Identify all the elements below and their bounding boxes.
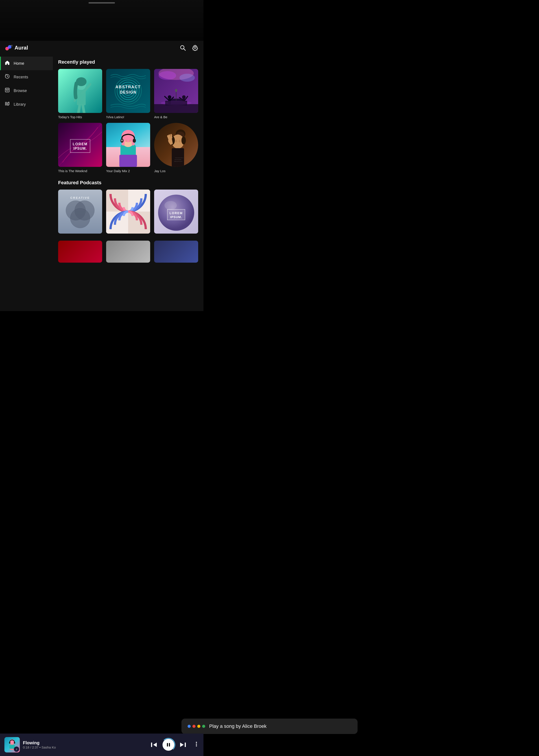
svg-text:LOREM: LOREM [73, 142, 88, 146]
svg-point-44 [161, 101, 192, 105]
album-card-jay-los[interactable]: Lorem ipsum dolor sit amet consectetur a… [154, 123, 198, 173]
sidebar-recents-label: Recents [14, 75, 28, 79]
recents-icon [4, 74, 10, 80]
svg-point-62 [129, 140, 131, 142]
svg-rect-53 [119, 155, 137, 167]
sidebar-item-home[interactable]: Home [0, 56, 53, 70]
svg-point-82 [70, 208, 90, 228]
pill-handle [89, 2, 115, 4]
album-label-jay-los: Jay Los [154, 169, 198, 173]
svg-point-70 [175, 140, 177, 142]
daily-mix-art: H [106, 123, 150, 167]
recently-played-title: Recently played [58, 59, 198, 65]
bottom-row [58, 241, 198, 307]
svg-point-43 [175, 89, 177, 92]
podcast-card-3[interactable]: LOREM IPSUM. [154, 189, 198, 234]
content-area: Recently played [53, 55, 203, 311]
podcast-card-2[interactable] [106, 189, 150, 234]
album-label-top-hits: Today's Top Hits [58, 115, 102, 119]
svg-point-8 [6, 89, 8, 91]
album-thumb-viva-latino: ABSTRACT DESIGN [106, 69, 150, 113]
are-be-art [154, 69, 198, 113]
main-layout: Home Recents Browse [0, 55, 203, 311]
album-label-are-be: Are & Be [154, 115, 198, 119]
top-hits-art [58, 69, 102, 113]
bottom-thumb-2[interactable] [106, 241, 150, 263]
svg-point-91 [165, 201, 177, 210]
svg-rect-59 [133, 139, 136, 143]
svg-text:ABSTRACT: ABSTRACT [116, 85, 141, 89]
app-title: Aural [15, 45, 28, 51]
svg-point-69 [182, 136, 186, 144]
svg-point-30 [180, 74, 195, 82]
svg-text:IPSUM.: IPSUM. [170, 215, 182, 219]
svg-point-34 [168, 95, 171, 99]
album-label-viva-latino: !Viva Latino! [106, 115, 150, 119]
podcast-creative-art: CREATIVE [58, 189, 102, 234]
svg-text:adipiscing elit sed do: adipiscing elit sed do [174, 161, 183, 162]
header: Aural [0, 41, 203, 55]
settings-button[interactable] [191, 44, 199, 52]
svg-line-22 [83, 105, 84, 113]
header-actions [179, 44, 199, 52]
svg-text:LOREM: LOREM [170, 211, 183, 215]
featured-podcasts-section: Featured Podcasts [58, 180, 198, 234]
home-icon [4, 60, 10, 67]
sidebar-item-browse[interactable]: Browse [0, 84, 53, 98]
album-card-viva-latino[interactable]: ABSTRACT DESIGN !Viva Latino! [106, 69, 150, 119]
sidebar-home-label: Home [14, 61, 24, 66]
podcast-2-art [106, 189, 150, 234]
sidebar-item-recents[interactable]: Recents [0, 70, 53, 84]
svg-line-21 [78, 105, 80, 113]
podcast-thumb-2 [106, 189, 150, 234]
jay-los-art: Lorem ipsum dolor sit amet consectetur a… [154, 123, 198, 167]
svg-text:CREATIVE: CREATIVE [70, 196, 90, 199]
svg-text:Lorem ipsum dolor sit: Lorem ipsum dolor sit [175, 157, 184, 158]
svg-rect-7 [5, 88, 9, 92]
svg-point-5 [194, 47, 196, 49]
svg-point-71 [179, 140, 181, 142]
album-card-are-be[interactable]: Are & Be [154, 69, 198, 119]
svg-point-38 [182, 95, 186, 99]
bottom-thumb-3[interactable] [154, 241, 198, 263]
album-thumb-daily-mix: H [106, 123, 150, 167]
browse-icon [4, 87, 10, 94]
svg-point-29 [159, 71, 176, 80]
podcast-grid: CREATIVE [58, 189, 198, 234]
search-icon [180, 45, 186, 51]
app-logo: Aural [4, 44, 179, 52]
top-background [0, 0, 203, 41]
viva-latino-art: ABSTRACT DESIGN [106, 69, 150, 113]
album-label-weeknd: This is The Weeknd [58, 169, 102, 173]
svg-text:IPSUM.: IPSUM. [73, 147, 87, 150]
gear-icon [192, 45, 198, 51]
featured-podcasts-title: Featured Podcasts [58, 180, 198, 186]
svg-rect-31 [154, 104, 198, 113]
sidebar-item-library[interactable]: Library [0, 98, 53, 111]
recently-played-grid: Today's Top Hits [58, 69, 198, 173]
bottom-thumb-1[interactable] [58, 241, 102, 263]
sidebar-library-label: Library [14, 102, 26, 107]
album-card-top-hits[interactable]: Today's Top Hits [58, 69, 102, 119]
sidebar: Home Recents Browse [0, 55, 53, 311]
search-button[interactable] [179, 44, 187, 52]
album-card-weeknd[interactable]: LOREM IPSUM. This is The Weeknd [58, 123, 102, 173]
svg-text:H: H [121, 139, 123, 142]
svg-line-73 [169, 135, 170, 138]
podcast-thumb-creative: CREATIVE [58, 189, 102, 234]
recently-played-section: Recently played [58, 59, 198, 173]
svg-point-2 [7, 47, 10, 49]
album-thumb-top-hits [58, 69, 102, 113]
album-thumb-are-be [154, 69, 198, 113]
library-icon [4, 101, 10, 108]
weeknd-art: LOREM IPSUM. [58, 123, 102, 167]
album-thumb-weeknd: LOREM IPSUM. [58, 123, 102, 167]
album-card-daily-mix[interactable]: H Your Daily Mix 2 [106, 123, 150, 173]
podcast-card-creative[interactable]: CREATIVE [58, 189, 102, 234]
svg-text:DESIGN: DESIGN [120, 90, 136, 95]
logo-icon [4, 44, 12, 52]
album-thumb-jay-los: Lorem ipsum dolor sit amet consectetur a… [154, 123, 198, 167]
sidebar-browse-label: Browse [14, 89, 27, 93]
svg-line-4 [184, 49, 186, 50]
podcast-thumb-3: LOREM IPSUM. [154, 189, 198, 234]
